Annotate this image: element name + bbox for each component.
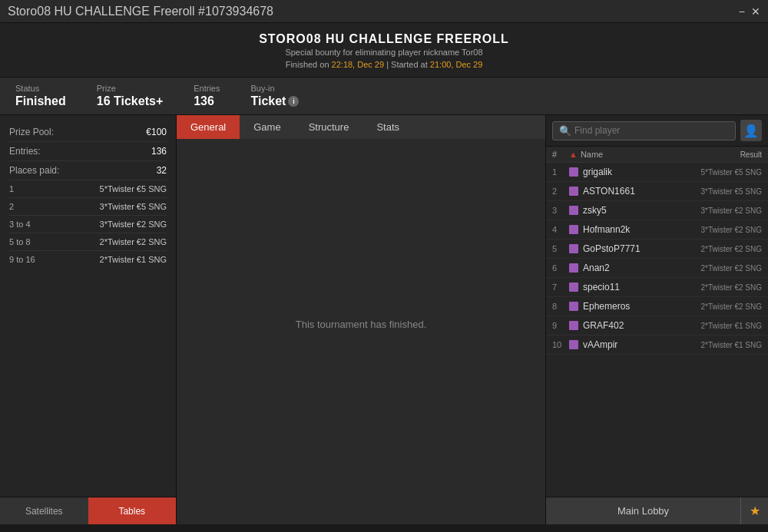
prize-stat: Prize 16 Tickets+	[97, 84, 163, 108]
player-avatar	[569, 244, 578, 253]
left-panel: Prize Pool: €100 Entries: 136 Places pai…	[0, 115, 177, 524]
table-row[interactable]: 8 Ephemeros 2*Twister €2 SNG	[546, 297, 768, 316]
player-avatar	[569, 187, 578, 196]
entries-label: Entries	[194, 84, 220, 93]
people-icon[interactable]: 👤	[740, 120, 762, 141]
tab-stats[interactable]: Stats	[362, 115, 413, 139]
search-input[interactable]	[574, 125, 729, 136]
table-row[interactable]: 2 ASTON1661 3*Twister €5 SNG	[546, 182, 768, 201]
players-header-result: Result	[740, 150, 762, 159]
player-avatar	[569, 167, 578, 177]
player-name: ASTON1661	[583, 186, 701, 197]
table-row[interactable]: 6 Anan2 2*Twister €2 SNG	[546, 259, 768, 278]
player-result: 5*Twister €5 SNG	[701, 168, 762, 177]
player-avatar	[569, 340, 578, 349]
list-item: 23*Twister €5 SNG	[9, 198, 167, 216]
player-num: 2	[552, 187, 569, 196]
titlebar-controls: − ✕	[739, 5, 760, 18]
player-result: 3*Twister €2 SNG	[701, 207, 762, 215]
player-name: Ephemeros	[583, 301, 701, 312]
tab-structure[interactable]: Structure	[295, 115, 363, 139]
player-name: vAAmpir	[583, 339, 701, 350]
players-header-name: Name	[581, 150, 740, 159]
entries-stat: Entries 136	[194, 84, 220, 108]
finished-time: 22:18, Dec 29	[332, 60, 385, 69]
player-num: 3	[552, 206, 569, 215]
player-name: GRAF402	[583, 320, 701, 331]
player-name: grigalik	[583, 167, 701, 177]
table-row[interactable]: 3 zsky5 3*Twister €2 SNG	[546, 201, 768, 220]
tab-game[interactable]: Game	[240, 115, 294, 139]
list-item: 5 to 82*Twister €2 SNG	[9, 233, 167, 251]
prize-pool-value: €100	[146, 127, 167, 137]
player-name: specio11	[583, 282, 701, 292]
player-avatar	[569, 321, 578, 330]
player-result: 2*Twister €2 SNG	[701, 302, 762, 311]
middle-tabs: GeneralGameStructureStats	[177, 115, 545, 139]
buyin-label: Buy-in	[250, 84, 299, 93]
main-lobby-bar: Main Lobby ★	[546, 497, 768, 524]
player-num: 8	[552, 302, 569, 311]
tournament-subtitle: Special bounty for eliminating player ni…	[0, 48, 768, 57]
started-label: Started at	[391, 60, 428, 69]
player-result: 2*Twister €1 SNG	[701, 341, 762, 349]
status-value: Finished	[15, 94, 66, 108]
player-result: 2*Twister €2 SNG	[701, 283, 762, 292]
status-label: Status	[15, 84, 66, 93]
player-num: 9	[552, 321, 569, 330]
tournament-dates: Finished on 22:18, Dec 29 | Started at 2…	[0, 60, 768, 69]
favorite-star-button[interactable]: ★	[740, 497, 768, 524]
search-bar-inner[interactable]: 🔍	[552, 121, 736, 140]
player-num: 5	[552, 244, 569, 253]
players-header-num: #	[552, 150, 569, 159]
player-name: GoPstoP7771	[583, 243, 701, 254]
prize-info: Prize Pool: €100 Entries: 136 Places pai…	[0, 115, 176, 497]
player-avatar	[569, 302, 578, 311]
prize-label: Prize	[97, 84, 163, 93]
player-result: 3*Twister €2 SNG	[701, 226, 762, 234]
player-result: 3*Twister €5 SNG	[701, 187, 762, 196]
search-icon: 🔍	[559, 125, 571, 137]
player-result: 2*Twister €2 SNG	[701, 245, 762, 253]
right-panel: 🔍 👤 # ▲ Name Result 1 grigalik 5*Twister…	[545, 115, 768, 524]
table-row[interactable]: 5 GoPstoP7771 2*Twister €2 SNG	[546, 240, 768, 259]
entries-value: 136	[194, 94, 220, 108]
tab-general[interactable]: General	[177, 115, 240, 139]
main-content: Prize Pool: €100 Entries: 136 Places pai…	[0, 115, 768, 524]
table-row[interactable]: 9 GRAF402 2*Twister €1 SNG	[546, 316, 768, 335]
close-button[interactable]: ✕	[751, 5, 760, 18]
status-stat: Status Finished	[15, 84, 66, 108]
buyin-info-icon[interactable]: i	[288, 96, 299, 107]
table-row[interactable]: 7 specio11 2*Twister €2 SNG	[546, 278, 768, 297]
tables-tab[interactable]: Tables	[88, 497, 177, 524]
player-num: 7	[552, 283, 569, 292]
table-row[interactable]: 4 Hofmann2k 3*Twister €2 SNG	[546, 220, 768, 240]
player-avatar	[569, 283, 578, 292]
places-paid-label: Places paid:	[9, 165, 59, 176]
player-result: 2*Twister €1 SNG	[701, 322, 762, 330]
left-bottom-tabs: Satellites Tables	[0, 497, 176, 524]
started-time: 21:00, Dec 29	[430, 60, 483, 69]
table-row[interactable]: 10 vAAmpir 2*Twister €1 SNG	[546, 335, 768, 355]
search-bar: 🔍 👤	[546, 115, 768, 147]
table-row[interactable]: 1 grigalik 5*Twister €5 SNG	[546, 163, 768, 182]
list-item: 3 to 43*Twister €2 SNG	[9, 216, 167, 233]
minimize-button[interactable]: −	[739, 5, 745, 18]
entries-label: Entries:	[9, 146, 41, 157]
header: STORO08 HU CHALLENGE FREEROLL Special bo…	[0, 23, 768, 78]
places-paid-value: 32	[157, 165, 167, 176]
finished-label: Finished on	[286, 60, 329, 69]
main-lobby-button[interactable]: Main Lobby	[546, 497, 740, 524]
buyin-value: Ticket i	[250, 94, 299, 108]
prize-value: 16 Tickets+	[97, 94, 163, 108]
middle-panel: GeneralGameStructureStats Starting Time:…	[177, 115, 545, 524]
satellites-tab[interactable]: Satellites	[0, 497, 88, 524]
player-num: 10	[552, 340, 569, 349]
player-num: 6	[552, 263, 569, 273]
list-item: 15*Twister €5 SNG	[9, 180, 167, 198]
players-list: 1 grigalik 5*Twister €5 SNG 2 ASTON1661 …	[546, 163, 768, 497]
player-num: 4	[552, 225, 569, 234]
prize-pool-row: Prize Pool: €100	[9, 123, 167, 142]
tournament-title: STORO08 HU CHALLENGE FREEROLL	[0, 32, 768, 46]
buyin-stat: Buy-in Ticket i	[250, 84, 299, 108]
